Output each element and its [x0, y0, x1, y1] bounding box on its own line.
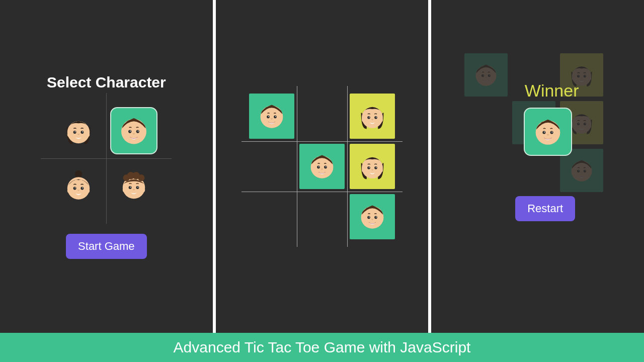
winner-avatar-frame — [524, 108, 572, 156]
board-vline-2 — [347, 86, 348, 247]
board-cell-7[interactable] — [297, 192, 347, 242]
tile-p1 — [350, 194, 395, 239]
restart-button[interactable]: Restart — [515, 196, 575, 221]
board-cell-2[interactable] — [347, 91, 397, 141]
board-hline-2 — [242, 192, 403, 192]
character-option-man-short[interactable] — [106, 103, 162, 158]
panel-winner: Winner Restart — [431, 0, 644, 333]
avatar-man-curly-icon — [115, 167, 152, 205]
panel-game-board — [216, 0, 429, 333]
board-cell-0[interactable] — [247, 91, 297, 141]
select-character-title: Select Character — [47, 74, 166, 91]
start-game-button[interactable]: Start Game — [66, 234, 146, 259]
board-cell-3[interactable] — [247, 141, 297, 192]
board-cell-4[interactable] — [297, 141, 347, 192]
avatar-woman-bun-icon — [60, 167, 97, 205]
avatar-man-short-icon — [110, 107, 157, 154]
character-option-man-curly[interactable] — [106, 158, 162, 214]
character-option-woman-bun[interactable] — [51, 158, 106, 214]
avatar-woman-bob-icon — [60, 112, 97, 149]
board-cell-8[interactable] — [347, 192, 397, 242]
winner-label: Winner — [525, 81, 579, 101]
tile-p1 — [249, 94, 294, 139]
tile-p2 — [350, 144, 395, 189]
character-grid — [51, 103, 162, 214]
board-vline-1 — [297, 86, 297, 247]
footer-banner: Advanced Tic Tac Toe Game with JavaScrip… — [0, 333, 644, 362]
banner-text: Advanced Tic Tac Toe Game with JavaScrip… — [174, 339, 471, 356]
character-option-woman-bob[interactable] — [51, 103, 106, 158]
winner-overlay: Winner Restart — [462, 66, 613, 221]
board-cell-6[interactable] — [247, 192, 297, 242]
app-stage: Select Character — [0, 0, 644, 333]
tic-tac-toe-board — [247, 91, 397, 242]
board-cell-1[interactable] — [297, 91, 347, 141]
board-cell-5[interactable] — [347, 141, 397, 192]
tile-p2 — [350, 94, 395, 139]
panel-select-character: Select Character — [0, 0, 213, 333]
winner-area: Winner Restart — [462, 66, 613, 267]
board-hline-1 — [242, 141, 403, 142]
tile-p1 — [299, 144, 345, 189]
